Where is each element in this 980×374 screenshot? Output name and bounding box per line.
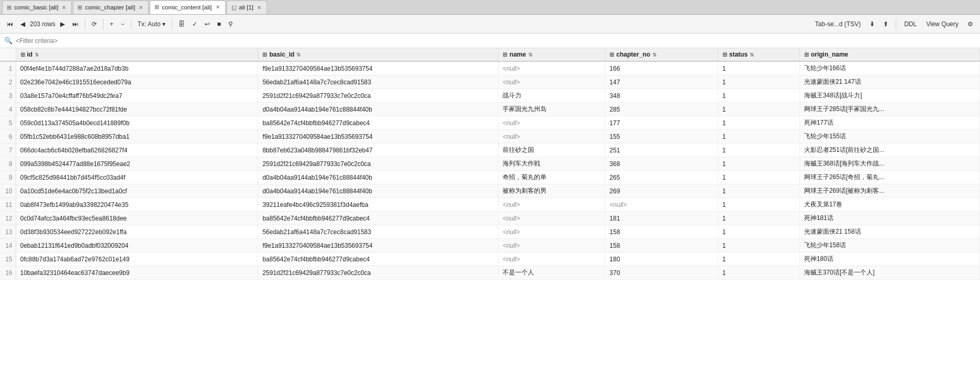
- cell-name[interactable]: 战斗力: [498, 89, 605, 103]
- cell-chapter-no[interactable]: 251: [605, 144, 718, 157]
- table-row[interactable]: 202e236e7042e46c1915516eceded079a56edab2…: [0, 75, 980, 89]
- cell-origin-name[interactable]: 死神180话: [799, 252, 979, 266]
- cell-name[interactable]: 被称为刺客的男: [498, 184, 605, 198]
- upload-button[interactable]: ⬆: [881, 19, 891, 29]
- cell-name[interactable]: <null>: [498, 116, 605, 130]
- cell-chapter-no[interactable]: 348: [605, 89, 718, 103]
- tab-comic-content[interactable]: ⊞ comic_content [ali] ✕: [150, 1, 225, 14]
- first-row-button[interactable]: ⏮: [4, 19, 16, 29]
- cell-chapter-no[interactable]: 177: [605, 116, 718, 130]
- cell-name[interactable]: <null>: [498, 198, 605, 212]
- cell-name[interactable]: 前往砂之国: [498, 144, 605, 157]
- col-header-chapter-no[interactable]: ⊞ chapter_no ⇅: [605, 48, 718, 61]
- col-header-status[interactable]: ⊞ status ⇅: [718, 48, 799, 61]
- cell-name[interactable]: 奇招，菊丸的单: [498, 171, 605, 184]
- download-button[interactable]: ⬇: [867, 19, 877, 29]
- cell-status[interactable]: 1: [718, 252, 799, 266]
- cell-id[interactable]: 0a10cd51de6e4ac0b75f2c13bed1a0cf: [16, 184, 258, 198]
- cell-name[interactable]: 不是一个人: [498, 266, 605, 280]
- cell-origin-name[interactable]: 海贼王368话[海列车大作战...: [799, 157, 979, 171]
- check-button[interactable]: ✓: [190, 19, 200, 29]
- tab-comic-chapter[interactable]: ⊞ comic_chapter [ali] ✕: [73, 1, 149, 14]
- cell-chapter-no[interactable]: 368: [605, 157, 718, 171]
- cell-origin-name[interactable]: 火影忍者251话[前往砂之国...: [799, 144, 979, 157]
- table-row[interactable]: 8099a5398b4524477ad88e1675f95eae22591d2f…: [0, 157, 980, 171]
- table-row[interactable]: 120c0d74afcc3a464fbc93ec5ea8618deeba8564…: [0, 212, 980, 225]
- cell-basic-id[interactable]: f9e1a9133270409584ae13b535693754: [258, 239, 498, 252]
- cell-chapter-no[interactable]: 370: [605, 266, 718, 280]
- table-row[interactable]: 130d38f3b930534eed927222eb092e1ffa56edab…: [0, 225, 980, 239]
- cell-name[interactable]: <null>: [498, 75, 605, 89]
- filter-input[interactable]: [16, 37, 976, 45]
- cell-id[interactable]: 059c0d113a374505a4b0ecd141889f0b: [16, 116, 258, 130]
- cell-origin-name[interactable]: 飞轮少年158话: [799, 239, 979, 252]
- cell-status[interactable]: 1: [718, 212, 799, 225]
- cell-origin-name[interactable]: 光速蒙面侠21 147话: [799, 75, 979, 89]
- cell-status[interactable]: 1: [718, 239, 799, 252]
- cell-status[interactable]: 1: [718, 61, 799, 75]
- view-query-button[interactable]: View Query: [923, 19, 962, 29]
- cell-name[interactable]: <null>: [498, 212, 605, 225]
- tab-comic-basic[interactable]: ⊞ comic_basic [ali] ✕: [2, 1, 72, 14]
- cell-status[interactable]: 1: [718, 130, 799, 144]
- cell-name[interactable]: <null>: [498, 61, 605, 75]
- ddl-button[interactable]: DDL: [901, 19, 920, 29]
- cell-chapter-no[interactable]: 147: [605, 75, 718, 89]
- cell-origin-name[interactable]: 光速蒙面侠21 158话: [799, 225, 979, 239]
- table-row[interactable]: 100f4ef4e1b744d7288a7ae2d18a7db3bf9e1a91…: [0, 61, 980, 75]
- cell-basic-id[interactable]: 56edab21af6a4148a7c7cec8cad91583: [258, 225, 498, 239]
- cell-chapter-no[interactable]: 158: [605, 239, 718, 252]
- cell-id[interactable]: 099a5398b4524477ad88e1675f95eae2: [16, 157, 258, 171]
- cell-id[interactable]: 0fc88b7d3a174ab6ad72e9762c01e149: [16, 252, 258, 266]
- cell-name[interactable]: <null>: [498, 239, 605, 252]
- cell-chapter-no[interactable]: 265: [605, 171, 718, 184]
- cell-origin-name[interactable]: 网球王子285话[手冢国光九...: [799, 103, 979, 116]
- cell-origin-name[interactable]: 飞轮少年155话: [799, 130, 979, 144]
- cell-basic-id[interactable]: 2591d2f21c69429a877933c7e0c2c0ca: [258, 157, 498, 171]
- cell-basic-id[interactable]: 2591d2f21c69429a877933c7e0c2c0ca: [258, 89, 498, 103]
- cell-basic-id[interactable]: 39211eafe4bc496c9259381f3d4aefba: [258, 198, 498, 212]
- col-header-name[interactable]: ⊞ name ⇅: [498, 48, 605, 61]
- tx-button[interactable]: Tx: Auto ▾: [135, 19, 168, 29]
- cell-status[interactable]: 1: [718, 157, 799, 171]
- cell-status[interactable]: 1: [718, 116, 799, 130]
- cell-chapter-no[interactable]: 181: [605, 212, 718, 225]
- cell-chapter-no[interactable]: <null>: [605, 198, 718, 212]
- cell-id[interactable]: 0c0d74afcc3a464fbc93ec5ea8618dee: [16, 212, 258, 225]
- table-row[interactable]: 303a8e157a70e4cffaff76b549dc2fea72591d2f…: [0, 89, 980, 103]
- cell-id[interactable]: 09cf5c825d98441bb7d454f5cc03ad4f: [16, 171, 258, 184]
- next-row-button[interactable]: ▶: [58, 19, 68, 29]
- cell-id[interactable]: 10baefa32310464eac63747daecee9b9: [16, 266, 258, 280]
- cell-chapter-no[interactable]: 269: [605, 184, 718, 198]
- cell-basic-id[interactable]: f9e1a9133270409584ae13b535693754: [258, 130, 498, 144]
- cell-basic-id[interactable]: ba85642e74cf4bbfbb946277d9cabec4: [258, 252, 498, 266]
- cell-id[interactable]: 0d38f3b930534eed927222eb092e1ffa: [16, 225, 258, 239]
- cell-id[interactable]: 0ebab12131f641ed9b0adbf032009204: [16, 239, 258, 252]
- table-row[interactable]: 909cf5c825d98441bb7d454f5cc03ad4fd0a4b04…: [0, 171, 980, 184]
- tab-close-1[interactable]: ✕: [61, 4, 67, 11]
- cell-origin-name[interactable]: 犬夜叉第17卷: [799, 198, 979, 212]
- cell-status[interactable]: 1: [718, 103, 799, 116]
- cell-basic-id[interactable]: d0a4b04aa9144ab194e761c88844f40b: [258, 103, 498, 116]
- cell-name[interactable]: <null>: [498, 130, 605, 144]
- cell-basic-id[interactable]: ba85642e74cf4bbfbb946277d9cabec4: [258, 116, 498, 130]
- cell-id[interactable]: 00f4ef4e1b744d7288a7ae2d18a7db3b: [16, 61, 258, 75]
- cell-origin-name[interactable]: 死神181话: [799, 212, 979, 225]
- cell-status[interactable]: 1: [718, 266, 799, 280]
- col-header-id[interactable]: ⊞ id ⇅: [16, 48, 258, 61]
- tsv-button[interactable]: Tab-se...d (TSV): [812, 19, 864, 29]
- cell-basic-id[interactable]: d0a4b04aa9144ab194e761c88844f40b: [258, 171, 498, 184]
- cell-name[interactable]: 海列车大作戦: [498, 157, 605, 171]
- cell-status[interactable]: 1: [718, 171, 799, 184]
- undo-button[interactable]: ↩: [202, 19, 213, 29]
- cell-origin-name[interactable]: 海贼王348话[战斗力]: [799, 89, 979, 103]
- table-row[interactable]: 7066dc4acb6c64b028efba626826827f48bb87eb…: [0, 144, 980, 157]
- cell-id[interactable]: 066dc4acb6c64b028efba626826827f4: [16, 144, 258, 157]
- prev-row-button[interactable]: ◀: [18, 19, 28, 29]
- cell-status[interactable]: 1: [718, 144, 799, 157]
- cell-basic-id[interactable]: d0a4b04aa9144ab194e761c88844f40b: [258, 184, 498, 198]
- cell-origin-name[interactable]: 飞轮少年166话: [799, 61, 979, 75]
- cell-status[interactable]: 1: [718, 225, 799, 239]
- col-header-origin-name[interactable]: ⊞ origin_name: [799, 48, 979, 61]
- table-row[interactable]: 100a10cd51de6e4ac0b75f2c13bed1a0cfd0a4b0…: [0, 184, 980, 198]
